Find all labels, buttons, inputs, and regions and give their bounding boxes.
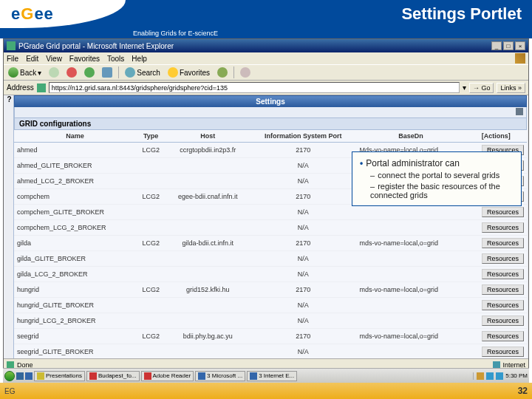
egee-logo: eGee [11, 4, 54, 24]
resources-button[interactable]: Resources [482, 347, 524, 357]
system-tray[interactable]: 5:30 PM [473, 372, 528, 380]
task-button[interactable]: 3 Microsoft ... [195, 371, 245, 381]
menu-help[interactable]: Help [132, 55, 147, 63]
cell-type [136, 220, 166, 236]
quicklaunch-icon[interactable] [16, 372, 24, 380]
cell-host: grid152.kfki.hu [166, 282, 250, 298]
cell-port: 2170 [250, 189, 356, 205]
table-row: compchem_GLITE_BROKERN/AResources [14, 205, 527, 220]
menu-file[interactable]: File [7, 55, 18, 63]
menu-edit[interactable]: Edit [26, 55, 38, 63]
close-button[interactable]: × [515, 41, 525, 50]
cell-port: N/A [250, 220, 356, 236]
cell-basedn: mds-vo-name=local,o=grid [356, 282, 465, 298]
mail-icon [240, 67, 250, 78]
resources-button[interactable]: Resources [482, 316, 524, 326]
menubar: File Edit View Favorites Tools Help [4, 52, 528, 64]
cell-actions: Resources [465, 282, 527, 298]
task-button[interactable]: Presentations [34, 371, 85, 381]
cell-basedn [356, 267, 465, 282]
maximize-button[interactable]: □ [503, 41, 514, 50]
callout-item-1: connect the portal to several grids [378, 171, 499, 180]
table-row: compchem_LCG_2_BROKERN/AResources [14, 220, 527, 236]
window-mode-icon[interactable] [516, 108, 523, 115]
search-button[interactable]: Search [123, 67, 162, 78]
minimize-button[interactable]: _ [491, 41, 502, 50]
window-titlebar[interactable]: PGrade Grid portal - Microsoft Internet … [4, 39, 528, 52]
table-row: hungridLCG2grid152.kfki.hu2170mds-vo-nam… [14, 282, 527, 298]
back-button[interactable]: Back ▾ [7, 67, 43, 78]
resources-button[interactable]: Resources [482, 300, 524, 310]
cell-host [166, 220, 250, 236]
address-input[interactable] [49, 82, 460, 93]
cell-port: N/A [250, 298, 356, 313]
footer-left: EG [4, 387, 518, 395]
cell-type: LCG2 [136, 236, 166, 251]
resources-button[interactable]: Resources [482, 238, 524, 248]
cell-name: gilda_GLITE_BROKER [14, 251, 136, 267]
tray-icon[interactable] [486, 372, 494, 380]
cell-name: ahmed_GLITE_BROKER [14, 158, 136, 174]
page-content: ? Settings GRID configurations Name Type… [4, 95, 528, 358]
refresh-button[interactable] [83, 67, 96, 78]
history-button[interactable] [216, 67, 229, 78]
cell-basedn: mds-vo-name=local,o=grid [356, 236, 465, 251]
cell-port: N/A [250, 267, 356, 282]
table-row: gildaLCG2gilda-bdii.ct.infn.it2170mds-vo… [14, 236, 527, 251]
resources-button[interactable]: Resources [482, 284, 524, 295]
task-button[interactable]: Budapest_fo... [86, 371, 140, 381]
help-icon[interactable]: ? [5, 95, 14, 358]
cell-actions: Resources [465, 220, 527, 236]
menu-tools[interactable]: Tools [107, 55, 124, 63]
col-actions: [Actions] [465, 130, 527, 143]
callout-lead: Portal administrator can [366, 158, 460, 168]
task-button[interactable]: 3 Internet E... [247, 371, 297, 381]
cell-type [136, 205, 166, 220]
cell-host: ccrgtopbdii.in2p3.fr [166, 143, 250, 158]
slide-tagline: Enabling Grids for E-sciencE [0, 28, 532, 38]
mail-button[interactable] [239, 67, 252, 78]
tray-icon[interactable] [496, 372, 503, 380]
status-text: Done [17, 361, 33, 369]
start-button[interactable] [4, 371, 15, 381]
cell-host [166, 251, 250, 267]
favorites-button[interactable]: Favorites [166, 67, 211, 78]
cell-name: compchem_LCG_2_BROKER [14, 220, 136, 236]
stop-button[interactable] [65, 67, 78, 78]
zone-icon [493, 361, 500, 369]
home-button[interactable] [100, 67, 114, 78]
resources-button[interactable]: Resources [482, 269, 524, 279]
menu-favorites[interactable]: Favorites [69, 55, 100, 63]
history-icon [217, 67, 228, 78]
cell-name: gilda_LCG_2_BROKER [14, 267, 136, 282]
resources-button[interactable]: Resources [482, 222, 524, 233]
links-button[interactable]: Links » [497, 83, 525, 93]
menu-view[interactable]: View [46, 55, 62, 63]
cell-host [166, 298, 250, 313]
cell-port: N/A [250, 251, 356, 267]
cell-port: 2170 [250, 329, 356, 344]
forward-button[interactable] [47, 67, 61, 78]
resources-button[interactable]: Resources [482, 207, 524, 217]
resources-button[interactable]: Resources [482, 331, 524, 341]
quicklaunch-icon[interactable] [25, 372, 33, 380]
cell-actions: Resources [465, 313, 527, 329]
address-dropdown[interactable]: ▾ [463, 83, 466, 92]
resources-button[interactable]: Resources [482, 253, 524, 264]
cell-type: LCG2 [136, 143, 166, 158]
go-button[interactable]: → Go [469, 83, 494, 93]
window-title: PGrade Grid portal - Microsoft Internet … [18, 42, 174, 50]
table-row: seegrid_GLITE_BROKERN/AResources [14, 344, 527, 359]
cell-host: egee-bdii.cnaf.infn.it [166, 189, 250, 205]
cell-host [166, 205, 250, 220]
cell-name: compchem_GLITE_BROKER [14, 205, 136, 220]
windows-taskbar[interactable]: Presentations Budapest_fo... Adobe Reade… [3, 368, 529, 383]
cell-basedn [356, 313, 465, 329]
slide-title: Settings Portlet [401, 4, 522, 24]
tray-icon[interactable] [477, 372, 484, 380]
forward-icon [49, 67, 59, 78]
cell-port: 2170 [250, 282, 356, 298]
task-button[interactable]: Adobe Reader [141, 371, 194, 381]
cell-name: seegrid [14, 329, 136, 344]
cell-name: seegrid_GLITE_BROKER [14, 344, 136, 359]
